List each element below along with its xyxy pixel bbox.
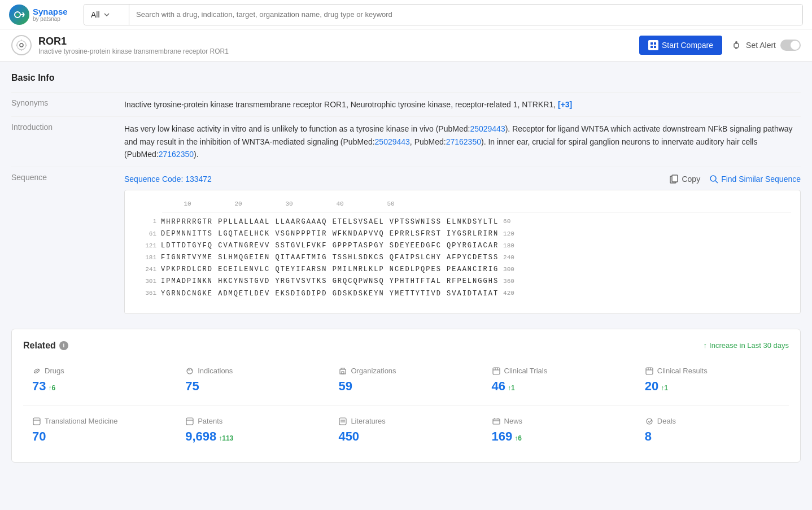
stat-indications[interactable]: Indications 75 bbox=[176, 360, 329, 400]
logo-icon bbox=[9, 5, 29, 25]
sequence-line-2: 61DEPMNNITTS LGQTAELHCK VSGNPPPTIR WFKND… bbox=[134, 229, 791, 239]
related-section: Related i ↑ Increase in Last 30 days Dru… bbox=[11, 329, 801, 463]
stat-patents[interactable]: Patents 9,698 ↑113 bbox=[176, 410, 329, 451]
ruler-50: 50 bbox=[365, 199, 416, 210]
pubmed-link-3[interactable]: 27162350 bbox=[446, 137, 481, 146]
stat-deals-label: Deals bbox=[645, 417, 780, 426]
patents-count: 9,698 bbox=[185, 429, 216, 444]
search-input[interactable] bbox=[129, 5, 802, 25]
logo-name: Synapse bbox=[33, 7, 68, 16]
organizations-label: Organizations bbox=[351, 367, 396, 375]
svg-point-26 bbox=[189, 369, 190, 370]
top-header: Synapse by patsnap All bbox=[0, 0, 812, 29]
svg-rect-45 bbox=[493, 419, 500, 424]
intro-text1: Has very low kinase activity in vitro an… bbox=[124, 124, 470, 133]
stat-translational[interactable]: Translational Medicine 70 bbox=[23, 410, 176, 451]
sequence-code[interactable]: Sequence Code: 133472 bbox=[124, 173, 212, 185]
svg-point-24 bbox=[187, 368, 193, 374]
stat-clinical-results[interactable]: Clinical Results 20 ↑1 bbox=[636, 360, 789, 400]
pubmed-link-1[interactable]: 25029443 bbox=[470, 124, 505, 133]
search-bar[interactable]: All bbox=[84, 4, 803, 25]
news-increase: ↑6 bbox=[514, 434, 522, 442]
svg-rect-38 bbox=[33, 418, 40, 425]
svg-rect-40 bbox=[186, 418, 193, 425]
synonyms-label: Synonyms bbox=[11, 98, 124, 111]
deals-label: Deals bbox=[657, 417, 676, 425]
indication-icon bbox=[185, 367, 194, 376]
pubmed-link-2[interactable]: 25029443 bbox=[375, 137, 410, 146]
increase-label-text: Increase in Last 30 days bbox=[709, 341, 789, 350]
stat-organizations-label: Organizations bbox=[338, 367, 473, 376]
indications-value: 75 bbox=[185, 379, 320, 394]
introduction-row: Introduction Has very low kinase activit… bbox=[11, 116, 801, 166]
org-icon bbox=[338, 367, 347, 376]
find-similar-button[interactable]: Find Similar Sequence bbox=[709, 175, 801, 184]
basic-info-title: Basic Info bbox=[11, 73, 801, 83]
clinical-results-value: 20 ↑1 bbox=[645, 379, 780, 394]
sequence-value: Sequence Code: 133472 Copy bbox=[124, 173, 801, 314]
target-icon bbox=[11, 35, 32, 55]
clinical-results-label: Clinical Results bbox=[657, 367, 708, 375]
chevron-down-icon bbox=[103, 11, 110, 18]
stat-literatures[interactable]: Literatures 450 bbox=[329, 410, 482, 451]
pubmed-link-4[interactable]: 27162350 bbox=[159, 150, 194, 159]
svg-rect-16 bbox=[734, 43, 739, 47]
svg-point-27 bbox=[191, 369, 192, 370]
svg-rect-29 bbox=[342, 372, 344, 374]
stat-literatures-label: Literatures bbox=[338, 417, 473, 426]
settings-icon bbox=[16, 40, 27, 51]
sequence-line-1: 1MHRPRRRGTR PPLLALLAAL LLAARGAAAQ ETELSV… bbox=[134, 217, 791, 228]
clinical-trials-value: 46 ↑1 bbox=[492, 379, 627, 394]
sequence-line-3: 121LDTTDTGYFQ CVATNGREVV SSTGVLFVKF GPPP… bbox=[134, 241, 791, 251]
svg-rect-34 bbox=[646, 368, 653, 374]
svg-point-25 bbox=[187, 369, 189, 370]
sequence-box[interactable]: 10 20 30 40 50 1MHRPRRRGTR PPLLALLAAL LL… bbox=[124, 190, 801, 314]
organizations-count: 59 bbox=[338, 379, 352, 394]
start-compare-button[interactable]: Start Compare bbox=[639, 36, 722, 55]
result-icon bbox=[645, 367, 654, 376]
svg-rect-42 bbox=[339, 418, 346, 425]
info-icon[interactable]: i bbox=[59, 341, 68, 350]
synonyms-row: Synonyms Inactive tyrosine-protein kinas… bbox=[11, 92, 801, 116]
patents-label: Patents bbox=[198, 417, 222, 425]
page-header: ROR1 Inactive tyrosine-protein kinase tr… bbox=[0, 29, 812, 62]
alert-toggle[interactable] bbox=[780, 40, 801, 51]
indications-label: Indications bbox=[198, 367, 233, 375]
alert-icon bbox=[731, 40, 741, 50]
find-similar-icon bbox=[709, 175, 718, 184]
logo-sub: by patsnap bbox=[33, 16, 68, 22]
literatures-count: 450 bbox=[338, 429, 359, 444]
compare-label: Start Compare bbox=[662, 41, 713, 50]
stat-clinical-trials-label: Clinical Trials bbox=[492, 367, 627, 376]
synonyms-plus[interactable]: [+3] bbox=[558, 100, 572, 109]
stat-deals[interactable]: Deals 8 bbox=[636, 410, 789, 451]
stat-news-label: News bbox=[492, 417, 627, 426]
svg-rect-14 bbox=[654, 46, 656, 48]
sequence-row: Sequence Sequence Code: 133472 Copy bbox=[11, 167, 801, 320]
stat-organizations[interactable]: Organizations 59 bbox=[329, 360, 482, 400]
copy-label: Copy bbox=[682, 175, 700, 184]
stat-drugs-label: Drugs bbox=[32, 367, 167, 376]
stats-grid-row1: Drugs 73 ↑6 Indications 75 bbox=[23, 360, 789, 400]
copy-icon bbox=[670, 175, 679, 184]
svg-point-6 bbox=[17, 41, 26, 50]
sequence-line-7: 361YGRNDCNGKE ADMQETLDEV EKSDIGDIPD GDSK… bbox=[134, 289, 791, 299]
patents-value: 9,698 ↑113 bbox=[185, 429, 320, 444]
medicine-icon bbox=[32, 417, 41, 426]
page-header-left: ROR1 Inactive tyrosine-protein kinase tr… bbox=[11, 35, 639, 55]
stat-news[interactable]: News 169 ↑6 bbox=[483, 410, 636, 451]
drugs-increase: ↑6 bbox=[48, 384, 55, 392]
filter-dropdown[interactable]: All bbox=[84, 5, 129, 25]
sequence-ruler: 10 20 30 40 50 bbox=[134, 199, 791, 210]
stat-clinical-trials[interactable]: Clinical Trials 46 ↑1 bbox=[483, 360, 636, 400]
filter-label: All bbox=[91, 10, 100, 19]
related-title-text: Related bbox=[23, 341, 56, 351]
ruler-40: 40 bbox=[315, 199, 365, 210]
sequence-label: Sequence bbox=[11, 173, 124, 314]
copy-button[interactable]: Copy bbox=[670, 175, 700, 184]
stat-drugs[interactable]: Drugs 73 ↑6 bbox=[23, 360, 176, 400]
indications-count: 75 bbox=[185, 379, 199, 394]
trial-icon bbox=[492, 367, 501, 376]
svg-point-49 bbox=[647, 419, 652, 424]
drugs-label: Drugs bbox=[45, 367, 64, 375]
